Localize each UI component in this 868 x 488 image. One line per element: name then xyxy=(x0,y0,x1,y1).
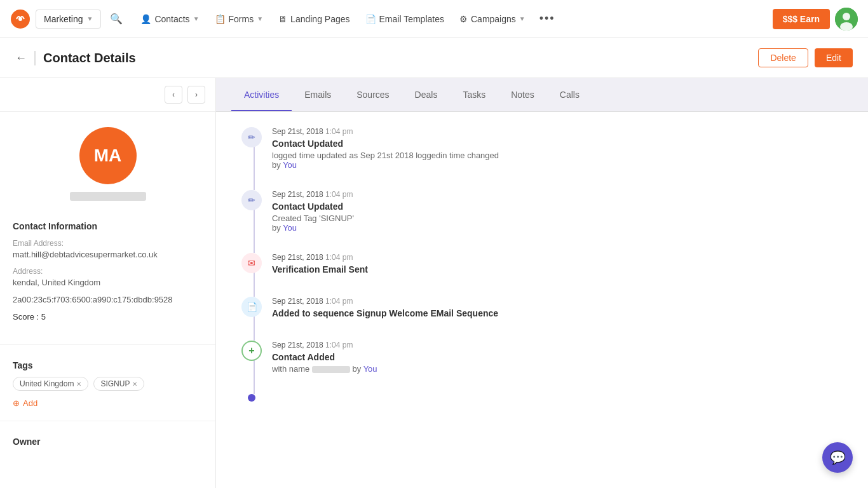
plus-circle-icon: + xyxy=(241,341,262,361)
address-line1: kendal, United Kingdom xyxy=(13,278,203,287)
avatar-section: MA xyxy=(0,112,215,211)
tab-tasks[interactable]: Tasks xyxy=(450,78,498,111)
timeline-meta: Sep 21st, 2018 1:04 pm xyxy=(272,253,843,262)
timeline-meta: Sep 21st, 2018 1:04 pm xyxy=(272,127,843,136)
chat-button[interactable]: 💬 xyxy=(822,442,853,473)
next-button[interactable]: › xyxy=(187,86,205,104)
tab-emails[interactable]: Emails xyxy=(292,78,344,111)
user-avatar[interactable] xyxy=(835,8,858,30)
email-label: Email Address: xyxy=(13,239,203,248)
avatar: MA xyxy=(79,127,137,184)
timeline-meta: Sep 21st, 2018 1:04 pm xyxy=(272,297,843,306)
content-panel: Activities Emails Sources Deals Tasks No… xyxy=(216,78,868,488)
timeline-title: Contact Updated xyxy=(272,139,843,149)
main-layout: ‹ › MA Contact Information Email Address… xyxy=(0,78,868,488)
timeline-title: Contact Added xyxy=(272,352,843,362)
forms-icon: 📋 xyxy=(215,14,226,24)
contact-info-title: Contact Information xyxy=(13,221,203,231)
more-options-button[interactable]: ••• xyxy=(534,8,560,29)
add-tag-button[interactable]: ⊕ Add xyxy=(13,398,203,408)
campaigns-icon: ⚙ xyxy=(459,14,468,24)
timeline-item: + Sep 21st, 2018 1:04 pm Contact Added w… xyxy=(241,341,843,374)
tab-notes[interactable]: Notes xyxy=(498,78,547,111)
tag-label: SIGNUP xyxy=(100,379,130,388)
page-header: ← Contact Details Delete Edit xyxy=(0,38,868,78)
search-button[interactable]: 🔍 xyxy=(106,9,126,29)
avatar-initials: MA xyxy=(94,146,122,166)
marketing-dropdown[interactable]: Marketing ▼ xyxy=(36,10,101,29)
remove-tag-uk-button[interactable]: ✕ xyxy=(76,381,81,388)
sidebar: ‹ › MA Contact Information Email Address… xyxy=(0,78,216,488)
sidebar-nav: ‹ › xyxy=(0,78,215,112)
timeline-content: Sep 21st, 2018 1:04 pm Contact Updated C… xyxy=(272,190,843,233)
tag-label: United Kingdom xyxy=(20,379,74,388)
email-value: matt.hill@debtadvicesupermarket.co.uk xyxy=(13,250,203,259)
timeline: ✏ Sep 21st, 2018 1:04 pm Contact Updated… xyxy=(216,112,868,417)
svg-point-1 xyxy=(18,17,22,21)
you-link[interactable]: You xyxy=(283,223,297,233)
timeline-content: Sep 21st, 2018 1:04 pm Contact Updated l… xyxy=(272,127,843,170)
tab-calls[interactable]: Calls xyxy=(547,78,592,111)
logo[interactable] xyxy=(10,9,31,29)
contacts-icon: 👤 xyxy=(140,14,151,24)
timeline-time: 1:04 pm xyxy=(325,253,353,262)
timeline-date: Sep 21st, 2018 xyxy=(272,297,323,306)
email-templates-icon: 📄 xyxy=(365,14,376,24)
tags-section: Tags United Kingdom ✕ SIGNUP ✕ ⊕ Add xyxy=(0,355,215,418)
chevron-icon: ▼ xyxy=(193,15,200,22)
tabs-bar: Activities Emails Sources Deals Tasks No… xyxy=(216,78,868,112)
timeline-end-dot xyxy=(248,394,255,402)
timeline-time: 1:04 pm xyxy=(325,190,353,199)
timeline-item: ✉ Sep 21st, 2018 1:04 pm Verification Em… xyxy=(241,253,843,276)
chevron-icon: ▼ xyxy=(519,15,526,22)
address-label: Address: xyxy=(13,267,203,276)
marketing-label: Marketing xyxy=(44,14,83,24)
navbar: Marketing ▼ 🔍 👤 Contacts ▼ 📋 Forms ▼ 🖥 L… xyxy=(0,0,868,38)
timeline-time: 1:04 pm xyxy=(325,341,353,349)
timeline-desc: logged time updated as Sep 21st 2018 log… xyxy=(272,151,843,170)
plus-icon: ⊕ xyxy=(13,398,20,408)
timeline-date: Sep 21st, 2018 xyxy=(272,127,323,136)
timeline-date: Sep 21st, 2018 xyxy=(272,190,323,199)
contact-name-blurred xyxy=(70,192,146,201)
email-templates-label: Email Templates xyxy=(379,14,444,24)
header-left: ← Contact Details xyxy=(15,51,136,65)
chevron-down-icon: ▼ xyxy=(86,15,93,22)
owner-title: Owner xyxy=(13,437,203,447)
tag-united-kingdom: United Kingdom ✕ xyxy=(13,377,88,391)
edit-icon: ✏ xyxy=(241,190,262,210)
tags-title: Tags xyxy=(13,360,203,370)
nav-contacts[interactable]: 👤 Contacts ▼ xyxy=(134,10,205,28)
forms-label: Forms xyxy=(229,14,254,24)
earn-button[interactable]: $$$ Earn xyxy=(773,9,830,29)
nav-campaigns[interactable]: ⚙ Campaigns ▼ xyxy=(453,10,532,28)
tag-signup: SIGNUP ✕ xyxy=(93,377,144,391)
name-blurred xyxy=(312,366,350,373)
tab-sources[interactable]: Sources xyxy=(344,78,402,111)
timeline-meta: Sep 21st, 2018 1:04 pm xyxy=(272,190,843,199)
tags-row: United Kingdom ✕ SIGNUP ✕ xyxy=(13,377,203,391)
you-link[interactable]: You xyxy=(363,364,377,374)
tab-deals[interactable]: Deals xyxy=(402,78,451,111)
timeline-desc: with name by You xyxy=(272,364,843,374)
edit-icon: ✏ xyxy=(241,127,262,147)
edit-button[interactable]: Edit xyxy=(815,48,853,67)
nav-email-templates[interactable]: 📄 Email Templates xyxy=(359,10,451,28)
nav-forms[interactable]: 📋 Forms ▼ xyxy=(208,10,270,28)
campaigns-label: Campaigns xyxy=(471,14,516,24)
timeline-title: Verification Email Sent xyxy=(272,264,843,274)
back-button[interactable]: ← xyxy=(15,51,27,65)
prev-button[interactable]: ‹ xyxy=(165,86,182,104)
landing-pages-icon: 🖥 xyxy=(278,14,287,24)
email-icon: ✉ xyxy=(241,253,262,273)
landing-pages-label: Landing Pages xyxy=(290,14,349,24)
timeline-item: ✏ Sep 21st, 2018 1:04 pm Contact Updated… xyxy=(241,127,843,170)
tab-activities[interactable]: Activities xyxy=(231,78,292,111)
page-title: Contact Details xyxy=(34,51,136,65)
chevron-icon: ▼ xyxy=(257,15,263,22)
you-link[interactable]: You xyxy=(283,160,297,170)
remove-tag-signup-button[interactable]: ✕ xyxy=(132,381,137,388)
timeline-desc: Created Tag 'SIGNUP' by You xyxy=(272,214,843,233)
nav-landing-pages[interactable]: 🖥 Landing Pages xyxy=(272,10,356,28)
delete-button[interactable]: Delete xyxy=(758,48,808,67)
